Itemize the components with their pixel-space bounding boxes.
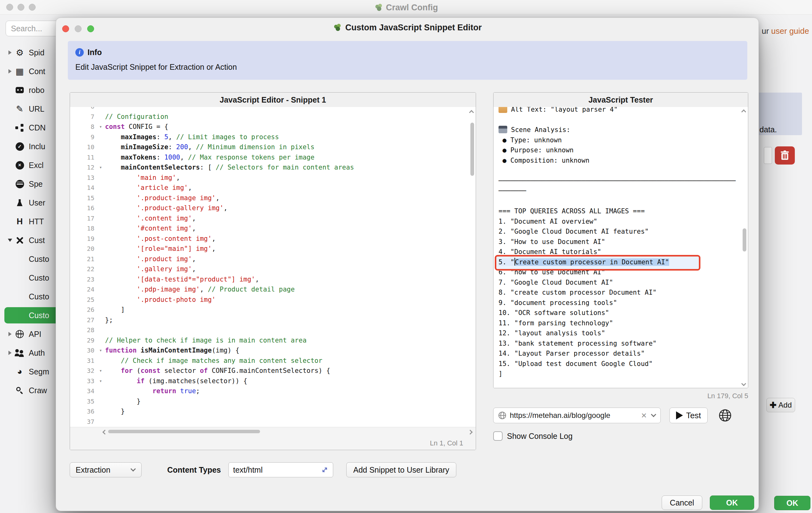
editor-panel-title: JavaScript Editor - Snippet 1 bbox=[70, 92, 476, 107]
grid-icon: ▦ bbox=[16, 66, 24, 77]
users-icon bbox=[15, 349, 25, 357]
snippet-mode-select[interactable]: Extraction bbox=[70, 462, 142, 477]
users-icon bbox=[14, 349, 25, 357]
tools-icon bbox=[14, 236, 25, 245]
tester-text: === TOP QUERIES ACROSS ALL IMAGES === bbox=[498, 207, 645, 215]
chevron-down-icon bbox=[130, 466, 136, 472]
code-line: 17 '.content img', bbox=[70, 213, 476, 224]
line-number: 7 bbox=[70, 112, 96, 122]
disclosure-icon[interactable] bbox=[6, 69, 14, 74]
line-number: 8 bbox=[70, 122, 96, 132]
sidebar-item-label: Auth bbox=[29, 348, 45, 357]
scroll-left-icon[interactable] bbox=[103, 430, 108, 435]
crawler-icon bbox=[333, 23, 342, 32]
disclosure-icon[interactable] bbox=[6, 351, 14, 355]
tester-text: 11. "form parsing technology" bbox=[498, 319, 613, 327]
user-guide-prefix: ur bbox=[762, 26, 771, 36]
tester-line: 8. "create custom processor Document AI" bbox=[494, 288, 748, 298]
fold-icon[interactable]: ▾ bbox=[96, 345, 105, 356]
fold-slot bbox=[96, 112, 105, 122]
test-url-combobox[interactable]: https://metehan.ai/blog/google × bbox=[493, 408, 661, 423]
test-url-value[interactable]: https://metehan.ai/blog/google bbox=[510, 411, 638, 420]
line-number: 12 bbox=[70, 162, 96, 173]
gear-icon: ⚙ bbox=[14, 48, 25, 58]
code-line: 19 '.post-content img', bbox=[70, 234, 476, 244]
tester-line: ────────────────────────────────────────… bbox=[494, 176, 748, 186]
javascript-editor-panel: JavaScript Editor - Snippet 1 67// Confi… bbox=[70, 92, 476, 450]
tester-line bbox=[494, 165, 748, 176]
line-number: 35 bbox=[70, 396, 96, 407]
fold-slot bbox=[96, 173, 105, 183]
clear-url-icon[interactable]: × bbox=[641, 411, 647, 420]
user-guide-link[interactable]: user guide bbox=[771, 26, 809, 36]
scroll-down-icon[interactable] bbox=[742, 381, 746, 386]
editor-vertical-scrollbar[interactable] bbox=[470, 123, 474, 176]
line-number: 18 bbox=[70, 223, 96, 234]
line-number: 17 bbox=[70, 213, 96, 224]
editor-horizontal-scrollbar[interactable] bbox=[108, 430, 260, 433]
letter-h-icon: H bbox=[17, 217, 23, 226]
test-button[interactable]: Test bbox=[669, 408, 707, 423]
code-editor[interactable]: 67// Configuration8▾const CONFIG = {9 ma… bbox=[70, 107, 476, 427]
code-text: return true; bbox=[105, 386, 200, 396]
cancel-button[interactable]: Cancel bbox=[662, 495, 702, 510]
tester-line: 3. "How to use Document AI" bbox=[494, 237, 748, 247]
pencil-icon: ✎ bbox=[14, 104, 25, 114]
sidebar-item-label: Excl bbox=[29, 161, 44, 170]
tester-text: 1. "Document AI overview" bbox=[498, 218, 597, 225]
sidebar-item-label: Custo bbox=[29, 254, 49, 264]
code-line: 11 maxTokens: 1000, // Max response toke… bbox=[70, 152, 476, 163]
robot-icon bbox=[16, 87, 24, 93]
code-text: 'main img', bbox=[105, 173, 180, 183]
disclosure-icon[interactable] bbox=[6, 50, 14, 55]
tester-line: === TOP QUERIES ACROSS ALL IMAGES === bbox=[494, 206, 748, 216]
user-guide-text: ur user guide bbox=[762, 26, 809, 36]
disclosure-icon[interactable] bbox=[6, 332, 14, 336]
tester-line: 10. "OCR software solutions" bbox=[494, 308, 748, 318]
ok-button[interactable]: OK bbox=[710, 495, 754, 510]
background-ok-button[interactable]: OK bbox=[774, 496, 810, 510]
line-number: 16 bbox=[70, 203, 96, 213]
line-number: 30 bbox=[70, 345, 96, 356]
code-line: 8▾const CONFIG = { bbox=[70, 122, 476, 132]
delete-button[interactable] bbox=[775, 146, 795, 165]
add-button[interactable]: ✚Add bbox=[766, 398, 795, 412]
line-number: 34 bbox=[70, 386, 96, 396]
scene-icon bbox=[498, 126, 507, 133]
fold-icon[interactable]: ▾ bbox=[96, 122, 105, 132]
fold-slot bbox=[96, 284, 105, 295]
code-line: 6 bbox=[70, 107, 476, 112]
javascript-tester-panel: JavaScript Tester Alt Text: "layout pars… bbox=[493, 92, 748, 388]
trash-icon bbox=[780, 151, 789, 160]
info-title: Info bbox=[88, 48, 102, 57]
fold-slot bbox=[96, 315, 105, 325]
content-type-input[interactable]: text/html bbox=[229, 462, 333, 477]
scroll-right-icon[interactable] bbox=[468, 430, 473, 435]
add-snippet-to-library-button[interactable]: Add Snippet to User Library bbox=[346, 462, 456, 477]
tester-text: 14. "Layout Parser processor details" bbox=[498, 350, 645, 357]
line-number: 13 bbox=[70, 173, 96, 183]
check-circle-icon: ✓ bbox=[14, 142, 25, 151]
fold-icon[interactable]: ▾ bbox=[96, 366, 105, 376]
show-console-checkbox[interactable] bbox=[493, 431, 502, 441]
tester-line: 15. "Upload test document Google Cloud" bbox=[494, 359, 748, 369]
fold-icon[interactable]: ▾ bbox=[96, 162, 105, 173]
disclosure-icon[interactable] bbox=[6, 239, 14, 242]
chevron-down-icon[interactable] bbox=[651, 412, 656, 417]
code-text: // Check if image matches any main conte… bbox=[105, 356, 322, 366]
tester-text: ─────── bbox=[498, 187, 526, 194]
background-input-edge bbox=[764, 147, 772, 164]
tester-line: 14. "Layout Parser processor details" bbox=[494, 348, 748, 359]
tester-lines: Alt Text: "layout parser 4"Scene Analysi… bbox=[494, 107, 748, 379]
fold-slot bbox=[96, 386, 105, 396]
pie-icon: ◕ bbox=[17, 367, 23, 377]
tester-vertical-scrollbar[interactable] bbox=[743, 228, 746, 251]
open-browser-button[interactable] bbox=[716, 408, 734, 423]
code-text: if (img.matches(selector)) { bbox=[105, 376, 247, 386]
code-line: 9 maxImages: 5, // Limit images to proce… bbox=[70, 132, 476, 142]
fold-icon[interactable]: ▾ bbox=[96, 376, 105, 386]
code-line: 22 '.gallery img', bbox=[70, 264, 476, 274]
code-line: 31 // Check if image matches any main co… bbox=[70, 356, 476, 366]
expand-icon[interactable] bbox=[321, 466, 328, 474]
tester-line: ● Composition: unknown bbox=[494, 156, 748, 166]
